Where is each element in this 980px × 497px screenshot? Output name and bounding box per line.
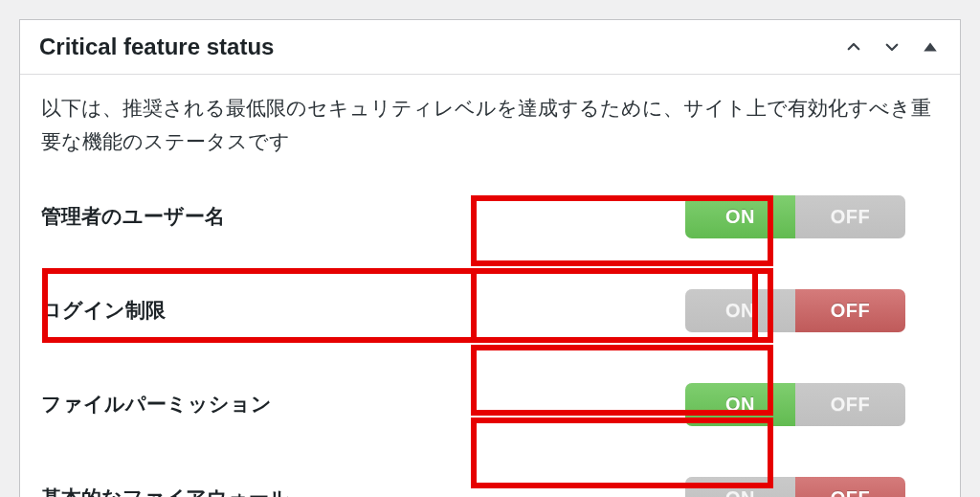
feature-label: ログイン制限 — [41, 297, 166, 324]
toggle-wrap: ON OFF — [652, 466, 939, 497]
critical-feature-status-panel: Critical feature status 以下は、推奨される最低限のセキュ… — [19, 19, 961, 497]
panel-title: Critical feature status — [39, 34, 274, 60]
toggle-on-half[interactable]: ON — [685, 477, 795, 497]
feature-label: 基本的なファイアウォール — [41, 485, 290, 497]
toggle-wrap: ON OFF — [652, 373, 939, 436]
toggle-on-half[interactable]: ON — [685, 383, 795, 426]
feature-row-file-permission: ファイルパーミッション ON OFF — [41, 357, 939, 451]
toggle-on-half[interactable]: ON — [685, 195, 795, 238]
toggle-on-half[interactable]: ON — [685, 289, 795, 332]
feature-toggle-admin-username[interactable]: ON OFF — [685, 195, 905, 238]
svg-marker-0 — [924, 43, 937, 52]
toggle-wrap: ON OFF — [652, 279, 939, 342]
panel-body: 以下は、推奨される最低限のセキュリティレベルを達成するために、サイト上で有効化す… — [20, 75, 960, 497]
move-down-icon[interactable] — [881, 36, 902, 57]
move-up-icon[interactable] — [843, 36, 864, 57]
toggle-off-half[interactable]: OFF — [795, 383, 905, 426]
feature-label: 管理者のユーザー名 — [41, 203, 225, 230]
feature-row-login-lockdown: ログイン制限 ON OFF — [41, 263, 939, 357]
toggle-off-half[interactable]: OFF — [795, 477, 905, 497]
feature-label: ファイルパーミッション — [41, 391, 272, 418]
panel-controls — [843, 36, 941, 57]
toggle-off-half[interactable]: OFF — [795, 289, 905, 332]
feature-row-admin-username: 管理者のユーザー名 ON OFF — [41, 169, 939, 263]
feature-toggle-file-permission[interactable]: ON OFF — [685, 383, 905, 426]
feature-toggle-login-lockdown[interactable]: ON OFF — [685, 289, 905, 332]
panel-header: Critical feature status — [20, 20, 960, 75]
toggle-off-half[interactable]: OFF — [795, 195, 905, 238]
panel-description: 以下は、推奨される最低限のセキュリティレベルを達成するために、サイト上で有効化す… — [41, 92, 939, 158]
feature-row-basic-firewall: 基本的なファイアウォール ON OFF — [41, 451, 939, 497]
collapse-toggle-icon[interactable] — [920, 36, 941, 57]
feature-toggle-basic-firewall[interactable]: ON OFF — [685, 477, 905, 497]
toggle-wrap: ON OFF — [652, 185, 939, 248]
